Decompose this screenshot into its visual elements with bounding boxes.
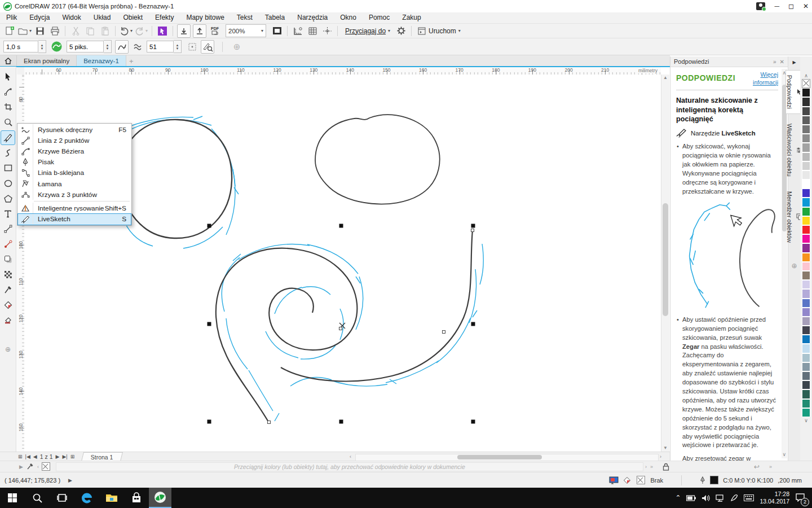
curve-ellipse[interactable]: [315, 115, 440, 204]
dimension-tool[interactable]: [1, 222, 15, 236]
coreldraw-taskbar-icon[interactable]: [149, 488, 171, 508]
new-document-button[interactable]: [3, 25, 16, 37]
zoom-level-select[interactable]: 200%▾: [226, 24, 266, 37]
tray-prev-icon[interactable]: ‹: [37, 464, 39, 470]
color-swatch[interactable]: [802, 335, 810, 344]
import-button[interactable]: [177, 24, 191, 38]
marker-mode-button[interactable]: [186, 41, 198, 53]
color-swatch[interactable]: [802, 326, 810, 335]
menu-item[interactable]: Układ: [87, 12, 117, 23]
color-swatch[interactable]: [802, 280, 810, 289]
color-swatch[interactable]: [802, 353, 810, 362]
tray-next-icon[interactable]: ›: [645, 464, 647, 470]
tray-overflow-icon[interactable]: »: [769, 464, 772, 470]
search-icon[interactable]: [25, 488, 50, 508]
menu-item[interactable]: Pomoc: [363, 12, 396, 23]
drop-shadow-tool[interactable]: [1, 253, 15, 266]
color-swatch[interactable]: [802, 317, 810, 326]
color-swatch[interactable]: [802, 243, 810, 252]
add-property-button[interactable]: ⊕: [231, 41, 243, 53]
show-grid-button[interactable]: [306, 25, 319, 37]
color-swatch[interactable]: [802, 207, 810, 216]
docker-menu-arrow[interactable]: ▶: [792, 60, 796, 65]
scroll-down-arrow[interactable]: ▼: [661, 445, 669, 452]
color-swatch[interactable]: [802, 262, 810, 271]
tray-more-icon[interactable]: »: [650, 464, 653, 470]
color-swatch[interactable]: [802, 299, 810, 308]
undo-dropdown-arrow[interactable]: ▾: [130, 28, 133, 33]
connector-tool[interactable]: [1, 238, 15, 251]
print-button[interactable]: [48, 25, 61, 37]
curve-nodes[interactable]: [268, 229, 474, 424]
color-swatch[interactable]: [802, 408, 810, 417]
snap-to-dropdown[interactable]: Przyciągaj do▾: [342, 25, 392, 37]
add-tools-button[interactable]: ⊕: [1, 343, 15, 356]
flyout-item-2point-line[interactable]: Linia z 2 punktów: [18, 135, 131, 146]
minimize-button[interactable]: ─: [774, 0, 779, 12]
edge-icon[interactable]: [74, 488, 99, 508]
color-swatch[interactable]: [802, 161, 810, 170]
curve-distance-stepper[interactable]: ▲▼: [104, 40, 112, 53]
taskbar-clock[interactable]: 17:28 13.04.2017: [760, 491, 789, 505]
add-page-before-icon[interactable]: ⊞: [18, 454, 23, 459]
docker-collapse-icon[interactable]: »: [773, 59, 776, 65]
show-guidelines-button[interactable]: [321, 25, 333, 37]
tray-no-color-swatch[interactable]: [42, 462, 50, 471]
save-button[interactable]: [34, 25, 46, 37]
smoothing-input[interactable]: [147, 41, 174, 52]
hscrollbar-thumb[interactable]: [457, 455, 542, 459]
polygon-tool[interactable]: [1, 192, 15, 205]
touch-keyboard-icon[interactable]: [744, 494, 754, 501]
welcome-home-icon[interactable]: [0, 55, 17, 67]
menu-item[interactable]: Plik: [0, 12, 23, 23]
menu-item[interactable]: Obiekt: [117, 12, 149, 23]
export-button[interactable]: [193, 24, 206, 38]
color-swatch[interactable]: [802, 97, 810, 106]
color-swatch[interactable]: [802, 152, 810, 161]
scrollbar-thumb[interactable]: [663, 203, 668, 316]
network-icon[interactable]: [716, 494, 725, 502]
last-page-icon[interactable]: ▶|: [62, 454, 67, 459]
pen-settings-icon[interactable]: [730, 494, 738, 502]
prev-page-icon[interactable]: ◀: [33, 454, 37, 459]
store-icon[interactable]: [124, 488, 149, 508]
menu-item[interactable]: Mapy bitowe: [180, 12, 230, 23]
first-page-icon[interactable]: |◀: [25, 454, 30, 459]
artistic-media-tool[interactable]: [1, 146, 15, 160]
color-swatch[interactable]: [802, 189, 810, 198]
flyout-item-pen[interactable]: Pisak: [18, 157, 131, 168]
selection-handles[interactable]: [208, 224, 475, 424]
menu-item[interactable]: Okno: [334, 12, 363, 23]
color-swatch[interactable]: [802, 380, 810, 389]
action-center-icon[interactable]: 2: [795, 493, 805, 503]
menu-item[interactable]: Efekty: [149, 12, 180, 23]
timer-delay-input[interactable]: [3, 41, 38, 52]
flyout-item-freehand[interactable]: Rysunek odręczny F5: [18, 124, 131, 135]
options-button[interactable]: [395, 25, 407, 37]
account-icon[interactable]: [756, 2, 765, 10]
curve-distance-input[interactable]: [67, 41, 104, 52]
pick-tool[interactable]: [1, 70, 15, 84]
smoothing-stepper[interactable]: ▲▼: [174, 40, 182, 53]
curve-spiral[interactable]: [216, 248, 358, 423]
menu-item[interactable]: Widok: [56, 12, 87, 23]
rectangle-tool[interactable]: [1, 161, 15, 175]
flyout-item-3point-curve[interactable]: Krzywa z 3 punktów: [18, 189, 131, 200]
palette-scroll-down-icon[interactable]: ∨: [804, 417, 808, 424]
open-button[interactable]: ▾: [18, 25, 32, 37]
more-info-link[interactable]: Więcej informacji: [743, 71, 778, 86]
file-explorer-icon[interactable]: [99, 488, 124, 508]
canvas-vertical-scrollbar[interactable]: ▲ ▼: [661, 75, 669, 452]
flyout-item-livesketch[interactable]: LiveSketch S: [18, 214, 131, 225]
flyout-item-bspline[interactable]: Linia b-sklejana: [18, 168, 131, 178]
color-swatch[interactable]: [802, 362, 810, 371]
panel-scroll-down-icon[interactable]: ∨: [782, 452, 786, 457]
next-page-icon[interactable]: ▶: [56, 454, 60, 459]
color-swatch[interactable]: [802, 170, 810, 179]
undo-button[interactable]: ▾: [120, 25, 133, 37]
flyout-item-polyline[interactable]: Łamana: [18, 178, 131, 189]
color-swatch[interactable]: [802, 389, 810, 398]
find-replace-button[interactable]: [156, 25, 169, 37]
menu-item[interactable]: Edycja: [23, 12, 56, 23]
sketch-preview-button[interactable]: [201, 40, 214, 54]
